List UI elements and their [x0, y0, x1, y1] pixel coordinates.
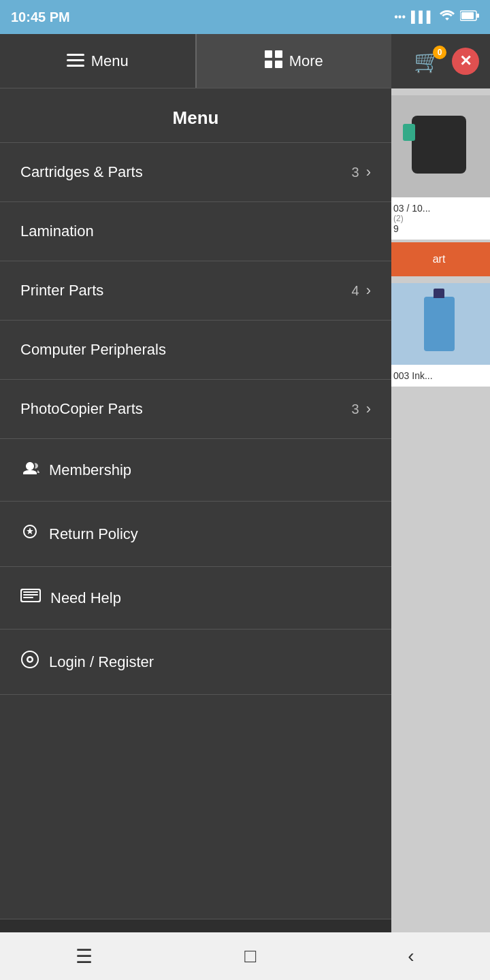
svg-rect-8 — [265, 61, 272, 68]
photocopier-parts-chevron: › — [366, 400, 371, 418]
menu-item-membership[interactable]: Membership — [0, 439, 391, 502]
return-policy-icon — [20, 522, 39, 546]
menu-item-photocopier-parts[interactable]: PhotoCopier Parts 3 › — [0, 380, 391, 439]
bg-product-price-1: 9 — [393, 223, 485, 234]
menu-title: Menu — [0, 88, 391, 143]
menu-item-photocopier-parts-right: 3 › — [352, 400, 371, 418]
svg-rect-13 — [23, 594, 38, 595]
menu-item-need-help-left: Need Help — [20, 587, 121, 608]
cart-badge: 0 — [433, 46, 446, 59]
svg-rect-7 — [275, 50, 282, 58]
printer-parts-chevron: › — [366, 282, 371, 299]
svg-rect-2 — [476, 14, 479, 18]
menu-tab-label: Menu — [91, 52, 129, 70]
android-back-button[interactable]: ‹ — [408, 945, 414, 967]
menu-item-cartridges-left: Cartridges & Parts — [20, 163, 143, 181]
android-menu-button[interactable]: ☰ — [76, 945, 93, 968]
bg-cart-container: 🛒 0 — [414, 48, 441, 74]
svg-rect-3 — [67, 54, 84, 56]
signal-dots-icon: ••• — [394, 11, 406, 23]
menu-item-computer-peripherals[interactable]: Computer Peripherals — [0, 321, 391, 380]
menu-content: Menu Cartridges & Parts 3 › Lamination P… — [0, 88, 391, 919]
menu-panel: Menu More Menu Cartridges & Parts 3 — [0, 34, 391, 980]
svg-rect-6 — [265, 50, 272, 58]
svg-rect-9 — [275, 61, 282, 68]
menu-item-membership-label: Membership — [49, 461, 131, 479]
menu-item-login-register[interactable]: Login / Register — [0, 630, 391, 695]
photocopier-parts-count: 3 — [352, 402, 359, 417]
close-icon: ✕ — [459, 52, 472, 70]
menu-item-photocopier-parts-label: PhotoCopier Parts — [20, 400, 143, 418]
menu-item-login-register-label: Login / Register — [49, 653, 154, 671]
bg-product-image-1 — [388, 95, 490, 197]
menu-item-computer-peripherals-left: Computer Peripherals — [20, 341, 166, 359]
bg-product-reviews-1: (2) — [393, 214, 485, 223]
bg-product-name-2: 003 Ink... — [393, 370, 485, 381]
bg-add-to-cart: art — [433, 253, 446, 265]
signal-bars-icon: ▌▌▌ — [411, 11, 434, 23]
menu-tab[interactable]: Menu — [0, 34, 195, 88]
status-time: 10:45 PM — [11, 10, 70, 25]
menu-item-return-policy-left: Return Policy — [20, 522, 138, 546]
status-bar: 10:45 PM ••• ▌▌▌ — [0, 0, 490, 34]
menu-item-need-help-label: Need Help — [50, 589, 121, 607]
svg-rect-12 — [23, 591, 38, 593]
menu-item-cartridges-label: Cartridges & Parts — [20, 163, 143, 181]
menu-item-cartridges-right: 3 › — [352, 163, 371, 181]
battery-icon — [460, 10, 479, 24]
cartridges-count: 3 — [352, 165, 359, 180]
close-button[interactable]: ✕ — [452, 48, 479, 75]
menu-item-photocopier-parts-left: PhotoCopier Parts — [20, 400, 143, 418]
menu-item-printer-parts[interactable]: Printer Parts 4 › — [0, 261, 391, 321]
bg-product-image-2 — [388, 283, 490, 365]
cartridges-chevron: › — [366, 163, 371, 181]
menu-item-lamination-label: Lamination — [20, 223, 94, 240]
printer-parts-count: 4 — [352, 283, 359, 299]
login-icon — [20, 650, 39, 674]
menu-item-login-register-left: Login / Register — [20, 650, 154, 674]
menu-item-need-help[interactable]: Need Help — [0, 567, 391, 630]
more-tab[interactable]: More — [195, 34, 392, 88]
membership-icon — [20, 459, 39, 480]
status-icons: ••• ▌▌▌ — [394, 10, 479, 24]
menu-item-lamination[interactable]: Lamination — [0, 202, 391, 261]
menu-item-computer-peripherals-label: Computer Peripherals — [20, 341, 166, 359]
menu-item-lamination-left: Lamination — [20, 223, 94, 240]
menu-item-printer-parts-label: Printer Parts — [20, 282, 103, 299]
menu-item-cartridges[interactable]: Cartridges & Parts 3 › — [0, 143, 391, 202]
svg-point-17 — [29, 658, 32, 662]
menu-item-return-policy-label: Return Policy — [49, 525, 138, 543]
svg-rect-1 — [461, 12, 474, 19]
svg-rect-14 — [23, 597, 33, 598]
need-help-icon — [20, 587, 41, 608]
svg-rect-4 — [67, 59, 84, 61]
menu-item-membership-left: Membership — [20, 459, 131, 480]
android-home-button[interactable]: □ — [244, 945, 256, 967]
hamburger-icon — [67, 52, 84, 70]
more-tab-label: More — [289, 52, 323, 70]
bg-product-name-1: 03 / 10... — [393, 203, 485, 214]
svg-rect-5 — [67, 65, 84, 67]
android-nav-bar: ☰ □ ‹ — [0, 932, 490, 980]
wifi-icon — [440, 10, 455, 24]
grid-icon — [265, 50, 282, 72]
tab-bar: Menu More — [0, 34, 391, 88]
menu-item-printer-parts-left: Printer Parts — [20, 282, 103, 299]
menu-item-printer-parts-right: 4 › — [352, 282, 371, 299]
menu-item-return-policy[interactable]: Return Policy — [0, 502, 391, 567]
